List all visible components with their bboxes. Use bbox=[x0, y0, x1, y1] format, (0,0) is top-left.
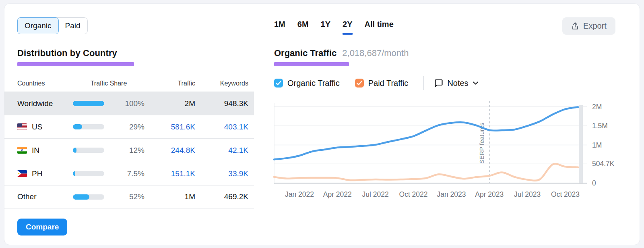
legend-organic-traffic: Organic Traffic bbox=[274, 79, 340, 88]
organic-traffic-checkbox[interactable] bbox=[274, 79, 283, 88]
traffic-value-link[interactable]: 151.1K bbox=[150, 169, 195, 178]
traffic-share-bar bbox=[73, 124, 104, 129]
svg-text:Apr 2022: Apr 2022 bbox=[323, 190, 352, 198]
tab-6m[interactable]: 6M bbox=[297, 20, 309, 35]
svg-text:1.5M: 1.5M bbox=[592, 122, 608, 130]
table-row-in[interactable]: IN 12% 244.8K 42.1K bbox=[4, 138, 254, 162]
notes-bubble-icon bbox=[434, 79, 443, 88]
keywords-value-link[interactable]: 403.1K bbox=[201, 123, 248, 131]
country-table: Countries Traffic Share Traffic Keywords… bbox=[4, 75, 254, 208]
chevron-down-icon bbox=[473, 81, 479, 85]
country-accent-bar bbox=[17, 62, 134, 66]
country-name: US bbox=[32, 123, 42, 131]
col-keywords: Keywords bbox=[201, 80, 248, 87]
traffic-accent-bar bbox=[274, 62, 349, 66]
tab-all-time[interactable]: All time bbox=[365, 20, 394, 35]
traffic-share-bar bbox=[73, 148, 104, 153]
check-icon bbox=[357, 81, 362, 85]
keywords-value-link[interactable]: 33.9K bbox=[201, 169, 248, 178]
toggle-organic[interactable]: Organic bbox=[17, 17, 59, 34]
in-flag-icon bbox=[17, 147, 27, 154]
svg-text:Jan 2023: Jan 2023 bbox=[437, 190, 466, 198]
table-row-ph[interactable]: PH 7.5% 151.1K 33.9K bbox=[4, 162, 254, 185]
traffic-value-link[interactable]: 244.8K bbox=[150, 146, 195, 155]
check-icon bbox=[276, 81, 281, 85]
tab-1m[interactable]: 1M bbox=[274, 20, 285, 35]
notes-dropdown[interactable]: Notes bbox=[434, 79, 478, 88]
col-countries: Countries bbox=[17, 80, 67, 87]
table-row-worldwide[interactable]: Worldwide 100% 2M 948.3K bbox=[4, 92, 254, 115]
tab-1y[interactable]: 1Y bbox=[321, 20, 330, 35]
traffic-share-value: 7.5% bbox=[110, 169, 144, 178]
traffic-share-value: 52% bbox=[110, 192, 144, 201]
us-flag-icon bbox=[17, 123, 27, 130]
svg-text:1M: 1M bbox=[592, 141, 602, 149]
traffic-trend-chart[interactable]: 2M1.5M1M504.7K0SERP featuresJan 2022Apr … bbox=[270, 96, 628, 201]
svg-text:Jul 2023: Jul 2023 bbox=[514, 190, 541, 198]
traffic-share-bar bbox=[73, 101, 104, 106]
country-name: Other bbox=[17, 192, 67, 201]
traffic-share-bar bbox=[73, 171, 104, 176]
svg-text:Oct 2022: Oct 2022 bbox=[399, 190, 428, 198]
organic-traffic-heading: Organic Traffic 2,018,687/month bbox=[274, 48, 409, 58]
traffic-share-value: 12% bbox=[110, 146, 144, 155]
traffic-share-value: 29% bbox=[110, 123, 144, 131]
svg-text:Oct 2023: Oct 2023 bbox=[551, 190, 580, 198]
svg-text:504.7K: 504.7K bbox=[592, 160, 615, 168]
svg-text:Jul 2022: Jul 2022 bbox=[362, 190, 389, 198]
svg-text:0: 0 bbox=[592, 179, 596, 187]
table-row-us[interactable]: US 29% 581.6K 403.1K bbox=[4, 115, 254, 138]
traffic-value-link[interactable]: 581.6K bbox=[150, 123, 195, 131]
compare-button[interactable]: Compare bbox=[17, 219, 67, 235]
col-traffic-share: Traffic Share bbox=[73, 80, 144, 87]
svg-text:Apr 2023: Apr 2023 bbox=[475, 190, 504, 198]
paid-traffic-checkbox[interactable] bbox=[355, 79, 364, 88]
country-name: PH bbox=[32, 169, 42, 178]
legend-divider bbox=[423, 76, 424, 90]
country-name: IN bbox=[32, 146, 39, 155]
traffic-share-value: 100% bbox=[110, 99, 144, 108]
svg-text:Jan 2022: Jan 2022 bbox=[285, 190, 314, 198]
traffic-value: 2M bbox=[150, 99, 195, 108]
traffic-monthly-value: 2,018,687/month bbox=[342, 48, 409, 58]
ph-flag-icon bbox=[17, 170, 27, 177]
toggle-paid[interactable]: Paid bbox=[58, 18, 87, 34]
traffic-title: Organic Traffic bbox=[274, 48, 336, 58]
legend-paid-traffic: Paid Traffic bbox=[355, 79, 409, 88]
traffic-share-bar bbox=[73, 194, 104, 200]
chart-legend: Organic Traffic Paid Traffic Notes bbox=[274, 76, 479, 90]
svg-text:2M: 2M bbox=[592, 103, 602, 111]
col-traffic: Traffic bbox=[150, 80, 195, 87]
traffic-value: 1M bbox=[150, 192, 195, 201]
table-row-other[interactable]: Other 52% 1M 469.2K bbox=[4, 185, 254, 208]
traffic-analytics-card: Organic Paid Distribution by Country Cou… bbox=[4, 3, 640, 245]
country-section-title: Distribution by Country bbox=[17, 48, 117, 58]
country-name: Worldwide bbox=[17, 99, 67, 108]
organic-paid-toggle: Organic Paid bbox=[17, 17, 88, 34]
country-table-header: Countries Traffic Share Traffic Keywords bbox=[4, 75, 254, 92]
keywords-value: 469.2K bbox=[201, 192, 248, 201]
keywords-value: 948.3K bbox=[201, 99, 248, 108]
export-upload-icon bbox=[571, 22, 579, 30]
keywords-value-link[interactable]: 42.1K bbox=[201, 146, 248, 155]
time-range-tabs: 1M 6M 1Y 2Y All time bbox=[274, 20, 394, 35]
tab-2y[interactable]: 2Y bbox=[343, 20, 352, 35]
export-button[interactable]: Export bbox=[562, 17, 615, 35]
